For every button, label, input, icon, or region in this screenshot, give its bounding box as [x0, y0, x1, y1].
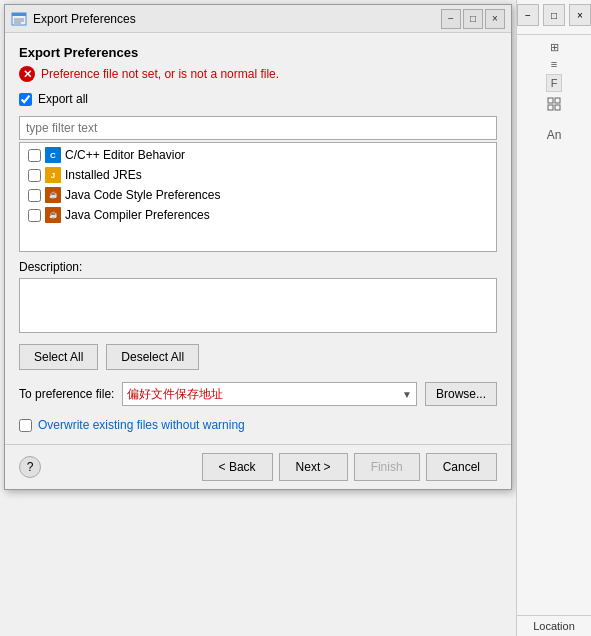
back-button[interactable]: < Back: [202, 453, 273, 481]
preference-file-row: To preference file: ▼ Browse...: [19, 382, 497, 406]
page-title: Export Preferences: [19, 45, 497, 60]
rp-icon-2: ≡: [547, 56, 561, 72]
java-compiler-icon: ☕: [45, 207, 61, 223]
tree-item-java-code-label: Java Code Style Preferences: [65, 188, 220, 202]
cpp-icon: C: [45, 147, 61, 163]
tree-item-java-compiler[interactable]: ☕ Java Compiler Preferences: [20, 205, 496, 225]
browse-button[interactable]: Browse...: [425, 382, 497, 406]
tree-item-jre-checkbox[interactable]: [28, 169, 41, 182]
tree-item-cpp-checkbox[interactable]: [28, 149, 41, 162]
overwrite-row: Overwrite existing files without warning: [19, 418, 497, 432]
an-label: An: [547, 128, 562, 142]
next-button[interactable]: Next >: [279, 453, 348, 481]
svg-rect-5: [548, 98, 553, 103]
export-all-label: Export all: [38, 92, 88, 106]
description-textarea[interactable]: [19, 278, 497, 333]
tree-item-java-compiler-label: Java Compiler Preferences: [65, 208, 210, 222]
tree-item-cpp-label: C/C++ Editor Behavior: [65, 148, 185, 162]
title-bar-text: Export Preferences: [33, 12, 441, 26]
help-button[interactable]: ?: [19, 456, 41, 478]
tree-list: C C/C++ Editor Behavior J Installed JREs…: [19, 142, 497, 252]
restore-button[interactable]: □: [463, 9, 483, 29]
rp-icon-1: ⊞: [546, 39, 563, 56]
tree-item-java-code[interactable]: ☕ Java Code Style Preferences: [20, 185, 496, 205]
svg-rect-8: [555, 105, 560, 110]
export-all-checkbox[interactable]: [19, 93, 32, 106]
rp-f-label: F: [546, 74, 563, 92]
deselect-all-button[interactable]: Deselect All: [106, 344, 199, 370]
tree-item-cpp[interactable]: C C/C++ Editor Behavior: [20, 145, 496, 165]
preference-file-label: To preference file:: [19, 387, 114, 401]
right-panel: − □ × ⊞ ≡ F An Location: [516, 0, 591, 636]
dialog-content: Export Preferences ✕ Preference file not…: [5, 33, 511, 444]
location-label: Location: [517, 615, 591, 636]
tree-item-java-compiler-checkbox[interactable]: [28, 209, 41, 222]
export-preferences-dialog: Export Preferences − □ × Export Preferen…: [4, 4, 512, 490]
separator: [517, 34, 591, 35]
finish-button[interactable]: Finish: [354, 453, 420, 481]
dialog-icon: [11, 11, 27, 27]
close-button[interactable]: ×: [485, 9, 505, 29]
selection-buttons: Select All Deselect All: [19, 344, 497, 370]
select-all-button[interactable]: Select All: [19, 344, 98, 370]
preference-file-input-wrap[interactable]: ▼: [122, 382, 417, 406]
jre-icon: J: [45, 167, 61, 183]
error-message: Preference file not set, or is not a nor…: [41, 67, 279, 81]
java-code-icon: ☕: [45, 187, 61, 203]
overwrite-checkbox[interactable]: [19, 419, 32, 432]
error-icon: ✕: [19, 66, 35, 82]
overwrite-label: Overwrite existing files without warning: [38, 418, 245, 432]
rp-close-button[interactable]: ×: [569, 4, 591, 26]
tree-item-jre-label: Installed JREs: [65, 168, 142, 182]
filter-input[interactable]: [19, 116, 497, 140]
svg-rect-6: [555, 98, 560, 103]
svg-rect-7: [548, 105, 553, 110]
tree-item-java-code-checkbox[interactable]: [28, 189, 41, 202]
dropdown-arrow-icon[interactable]: ▼: [402, 389, 412, 400]
rp-restore-button[interactable]: □: [543, 4, 565, 26]
footer-buttons: < Back Next > Finish Cancel: [202, 453, 497, 481]
export-all-row: Export all: [19, 92, 497, 106]
preference-file-input[interactable]: [127, 387, 402, 401]
rp-grid-icon: [544, 94, 564, 116]
error-row: ✕ Preference file not set, or is not a n…: [19, 66, 497, 82]
description-label: Description:: [19, 260, 497, 274]
cancel-button[interactable]: Cancel: [426, 453, 497, 481]
minimize-button[interactable]: −: [441, 9, 461, 29]
tree-item-jre[interactable]: J Installed JREs: [20, 165, 496, 185]
right-panel-controls: − □ ×: [517, 4, 591, 26]
svg-rect-1: [12, 13, 26, 16]
dialog-footer: ? < Back Next > Finish Cancel: [5, 444, 511, 489]
title-bar: Export Preferences − □ ×: [5, 5, 511, 33]
title-bar-controls: − □ ×: [441, 9, 505, 29]
rp-minimize-button[interactable]: −: [517, 4, 539, 26]
